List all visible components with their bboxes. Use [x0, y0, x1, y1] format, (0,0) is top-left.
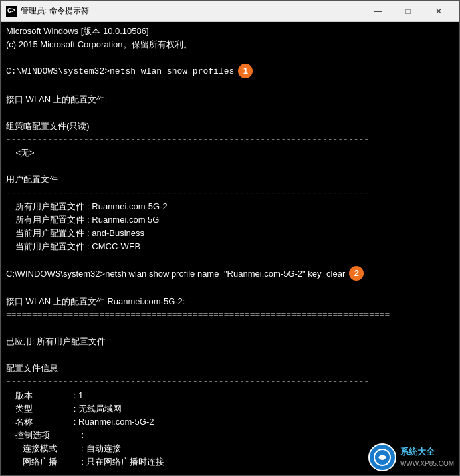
maximize-button[interactable]: □ — [393, 1, 423, 21]
blank4 — [6, 160, 454, 173]
watermark-sub: WWW.XP85.COM — [400, 459, 454, 469]
blank8 — [6, 348, 454, 362]
badge1: 1 — [238, 64, 253, 78]
watermark: 系统大全 WWW.XP85.COM — [368, 443, 454, 471]
config2: 类型 : 无线局域网 — [6, 402, 454, 416]
cmd-prompt2: C:\WINDOWS\system32>netsh wlan show prof… — [6, 267, 345, 281]
blank5 — [6, 253, 454, 267]
profile2: 所有用户配置文件 : Ruanmei.com 5G — [6, 213, 454, 227]
group-policy-title: 组策略配置文件(只读) — [6, 120, 454, 133]
terminal-content[interactable]: Microsoft Windows [版本 10.0.10586] (c) 20… — [1, 22, 459, 475]
title-bar: C> 管理员: 命令提示符 — □ ✕ — [1, 1, 459, 22]
divider1: ----------------------------------------… — [6, 133, 454, 146]
cmd-prompt1-line: C:\WINDOWS\system32>netsh wlan show prof… — [6, 64, 454, 79]
profile3: 当前用户配置文件 : and-Business — [6, 227, 454, 240]
config-info-title: 配置文件信息 — [6, 362, 454, 375]
divider4: ----------------------------------------… — [6, 375, 454, 388]
divider3: ========================================… — [6, 308, 454, 322]
iface-line2: 接口 WLAN 上的配置文件 Ruanmei.com-5G-2: — [6, 295, 454, 308]
minimize-button[interactable]: — — [362, 1, 393, 21]
window-title: 管理员: 命令提示符 — [21, 5, 89, 17]
iface-line: 接口 WLAN 上的配置文件: — [6, 93, 454, 106]
applied-title: 已应用: 所有用户配置文件 — [6, 335, 454, 348]
user-profile-title: 用户配置文件 — [6, 173, 454, 186]
config3: 名称 : Ruanmei.com-5G-2 — [6, 416, 454, 429]
watermark-site: 系统大全 — [400, 445, 454, 459]
watermark-logo-icon — [373, 448, 392, 467]
blank6 — [6, 281, 454, 295]
profile4: 当前用户配置文件 : CMCC-WEB — [6, 240, 454, 253]
title-bar-left: C> 管理员: 命令提示符 — [6, 5, 89, 17]
watermark-text: 系统大全 WWW.XP85.COM — [400, 445, 454, 469]
watermark-logo — [368, 443, 396, 471]
badge2: 2 — [349, 266, 364, 281]
header-line2: (c) 2015 Microsoft Corporation。保留所有权利。 — [6, 38, 454, 51]
cmd-icon: C> — [6, 6, 17, 17]
no-entry: <无> — [6, 146, 454, 160]
cmd-window: C> 管理员: 命令提示符 — □ ✕ Microsoft Windows [版… — [0, 0, 460, 476]
blank1 — [6, 51, 454, 64]
window-controls: — □ ✕ — [362, 1, 454, 21]
config4: 控制选项 : — [6, 429, 454, 442]
cmd-prompt2-line: C:\WINDOWS\system32>netsh wlan show prof… — [6, 267, 454, 281]
config1: 版本 : 1 — [6, 389, 454, 402]
close-button[interactable]: ✕ — [423, 1, 454, 21]
blank7 — [6, 322, 454, 335]
blank3 — [6, 106, 454, 120]
profile1: 所有用户配置文件 : Ruanmei.com-5G-2 — [6, 200, 454, 213]
blank2 — [6, 79, 454, 92]
header-line1: Microsoft Windows [版本 10.0.10586] — [6, 25, 454, 38]
divider2: ----------------------------------------… — [6, 187, 454, 200]
cmd-prompt1: C:\WINDOWS\system32>netsh wlan show prof… — [6, 65, 234, 78]
